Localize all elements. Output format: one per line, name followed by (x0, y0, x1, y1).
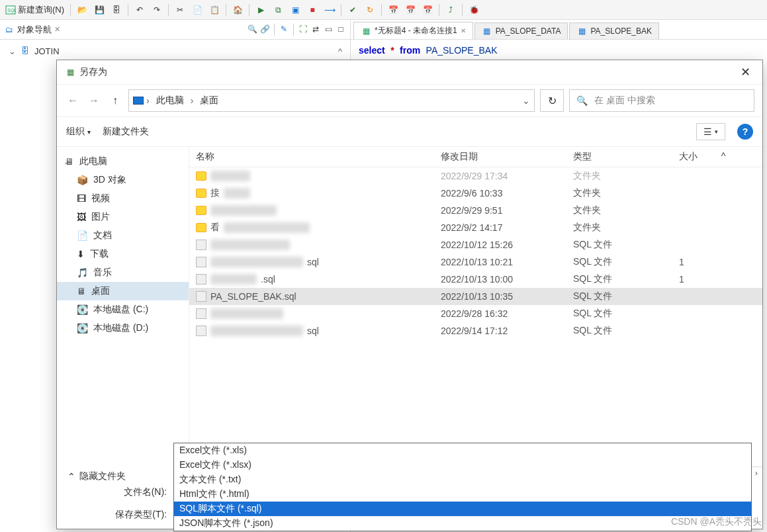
view-mode-button[interactable]: ☰ ▾ (696, 123, 725, 140)
editor-tab[interactable]: ▦ PA_SLOPE_DATA (474, 22, 568, 39)
export-icon: ⤴ (445, 5, 456, 15)
breadcrumb-seg[interactable]: 此电脑 (152, 93, 188, 108)
cut-icon: ✂ (175, 5, 185, 15)
collapse-icon[interactable]: ⇄ (310, 24, 321, 34)
editor-tab[interactable]: ▦ PA_SLOPE_BAK (569, 22, 659, 39)
help-button[interactable]: ? (737, 124, 753, 140)
maximize-pane-icon[interactable]: □ (336, 24, 346, 34)
collapse-icon[interactable]: ⌄ (8, 46, 16, 56)
debug-button[interactable]: 🐞 (466, 3, 482, 17)
filter-icon[interactable]: 🔍 (247, 24, 257, 34)
file-row[interactable]: 接x2022/9/6 10:33文件夹 (189, 185, 762, 202)
nav-item-disk[interactable]: 💽本地磁盘 (C:) (57, 300, 189, 319)
sql-file-icon (196, 274, 206, 285)
folder-icon (196, 223, 206, 232)
save-icon: 💾 (94, 5, 105, 15)
table-icon: ▦ (482, 26, 492, 36)
redo-button[interactable]: ↷ (149, 3, 165, 17)
breadcrumb-seg[interactable]: 桌面 (196, 93, 222, 108)
cal2-button[interactable]: 📅 (402, 3, 418, 17)
cut-button[interactable]: ✂ (172, 3, 188, 17)
minimize-icon[interactable]: ▭ (323, 24, 334, 34)
nav-item-disk[interactable]: 💽本地磁盘 (D:) (57, 319, 189, 337)
undo-button[interactable]: ↶ (132, 3, 148, 17)
forward-button[interactable]: → (86, 93, 102, 109)
home-button[interactable]: 🏠 (230, 3, 246, 17)
next-button[interactable]: ⟶ (322, 3, 338, 17)
back-button[interactable]: ← (65, 93, 81, 109)
folder-open-icon: 📂 (77, 5, 87, 15)
hide-folders-toggle[interactable]: ⌃ 隐藏文件夹 (68, 470, 126, 482)
chevron-up-icon[interactable]: ^ (338, 46, 342, 56)
nav-item-3d[interactable]: 📦3D 对象 (57, 171, 189, 189)
col-name[interactable]: 名称 (196, 151, 441, 163)
filetype-option[interactable]: Excel文件 (*.xlsx) (174, 458, 751, 472)
organize-menu[interactable]: 组织 ▾ (66, 126, 91, 138)
filetype-option[interactable]: SQL脚本文件 (*.sql) (174, 502, 751, 516)
filetype-option[interactable]: Html文件 (*.html) (174, 487, 751, 502)
run-button[interactable]: ▶ (253, 3, 269, 17)
close-tab-icon[interactable]: ✕ (54, 25, 60, 34)
file-row[interactable]: PA_SLOPE_BAK.sql2022/10/13 10:35SQL 文件 (189, 288, 762, 305)
object-nav-title: 对象导航 (17, 24, 52, 36)
scroll-up-icon[interactable]: ^ (719, 151, 728, 163)
file-row[interactable]: 看x2022/9/2 14:17文件夹 (189, 219, 762, 236)
breadcrumb-bar[interactable]: › 此电脑 › 桌面 ⌄ (128, 89, 535, 112)
editor-tab[interactable]: ▦ *无标题4 - 未命名连接1 ✕ (353, 22, 473, 39)
save-button[interactable]: 💾 (91, 3, 107, 17)
filetype-option[interactable]: JSON脚本文件 (*.json) (174, 516, 751, 531)
file-type: SQL 文件 (573, 256, 679, 268)
export-button[interactable]: ⤴ (443, 3, 459, 17)
paste-button[interactable]: 📋 (206, 3, 222, 17)
nav-item-pc[interactable]: ⌄🖥此电脑 (57, 152, 189, 171)
new-query-label: 新建查询(N) (18, 4, 64, 16)
filetype-label: 保存类型(T): (68, 509, 173, 521)
col-type[interactable]: 类型 (573, 151, 679, 163)
save-all-icon: 🗄 (111, 5, 122, 15)
undo-icon: ↶ (134, 5, 145, 15)
redacted: x (210, 257, 303, 267)
stop-button[interactable]: ■ (304, 3, 320, 17)
file-row[interactable]: xsql2022/9/14 17:12SQL 文件 (189, 322, 762, 339)
file-row[interactable]: x2022/9/28 16:32SQL 文件 (189, 305, 762, 322)
link-icon[interactable]: 🔗 (259, 24, 270, 34)
nav-item-doc[interactable]: 📄文档 (57, 226, 189, 245)
filetype-dropdown: Excel文件 (*.xls)Excel文件 (*.xlsx)文本文件 (*.t… (173, 443, 752, 531)
nav-item-video[interactable]: 🎞视频 (57, 189, 189, 208)
cal1-button[interactable]: 📅 (385, 3, 401, 17)
explain-button[interactable]: ▣ (287, 3, 303, 17)
cal3-button[interactable]: 📅 (420, 3, 435, 17)
chevron-down-icon[interactable]: ⌄ (522, 95, 530, 106)
expand-icon[interactable]: ⛶ (298, 24, 308, 34)
new-query-button[interactable]: SQL 新建查询(N) (3, 3, 67, 17)
nav-item-dl[interactable]: ⬇下载 (57, 245, 189, 263)
commit-button[interactable]: ✔ (345, 3, 361, 17)
filetype-option[interactable]: 文本文件 (*.txt) (174, 472, 751, 487)
nav-item-pic[interactable]: 🖼图片 (57, 208, 189, 226)
save-all-button[interactable]: 🗄 (109, 3, 124, 17)
search-input[interactable]: 🔍 在 桌面 中搜索 (569, 89, 754, 112)
file-row[interactable]: x.sql2022/10/13 10:00SQL 文件1 (189, 271, 762, 288)
file-row[interactable]: x2022/9/29 17:34文件夹 (189, 167, 762, 185)
file-row[interactable]: xsql2022/10/13 10:21SQL 文件1 (189, 253, 762, 271)
file-row[interactable]: x2022/9/29 9:51文件夹 (189, 202, 762, 219)
col-size[interactable]: 大小 (679, 151, 719, 163)
scroll-right-icon[interactable]: › (750, 468, 762, 478)
col-date[interactable]: 修改日期 (441, 151, 573, 163)
close-button[interactable]: ✕ (737, 65, 754, 79)
rollback-button[interactable]: ↻ (362, 3, 378, 17)
nav-item-music[interactable]: 🎵音乐 (57, 263, 189, 282)
filetype-option[interactable]: Excel文件 (*.xls) (174, 443, 751, 458)
up-button[interactable]: ↑ (107, 93, 123, 109)
run-selection-button[interactable]: ⧉ (270, 3, 286, 17)
refresh-button[interactable]: ↻ (540, 89, 564, 112)
new-folder-button[interactable]: 新建文件夹 (103, 126, 149, 138)
tree-node[interactable]: ⌄ 🗄 JOTIN ^ (0, 44, 350, 58)
expand-icon[interactable]: ⌄ (64, 158, 69, 165)
open-button[interactable]: 📂 (74, 3, 90, 17)
copy-button[interactable]: 📄 (189, 3, 205, 17)
close-icon[interactable]: ✕ (461, 27, 466, 34)
nav-item-desk[interactable]: 🖥桌面 (57, 282, 189, 300)
edit-icon[interactable]: ✎ (279, 24, 289, 34)
file-row[interactable]: x2022/10/12 15:26SQL 文件 (189, 236, 762, 253)
